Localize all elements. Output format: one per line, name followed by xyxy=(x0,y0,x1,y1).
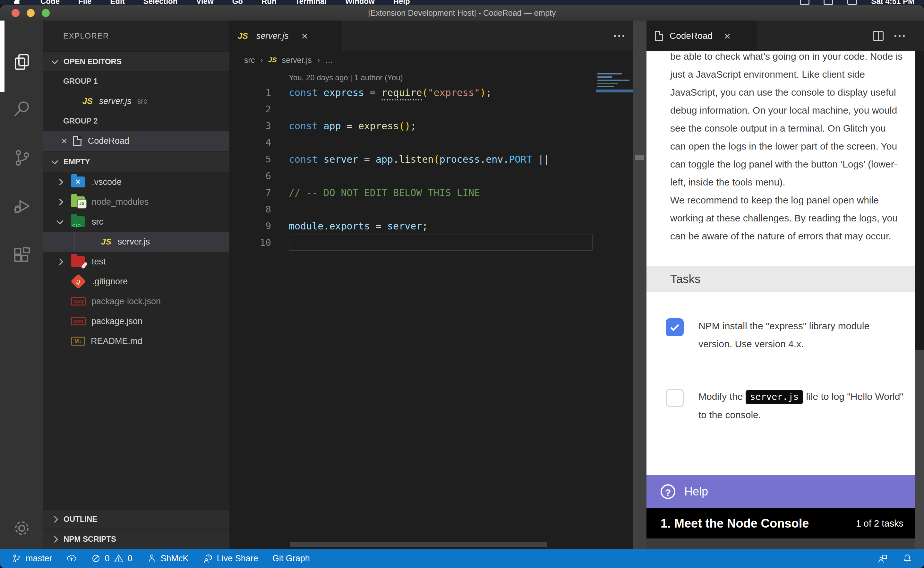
outline-section-header[interactable]: OUTLINE xyxy=(43,509,229,529)
tab-server-js[interactable]: JS server.js × xyxy=(229,21,342,51)
src-folder-icon xyxy=(71,216,85,227)
code-line[interactable]: 2 xyxy=(229,101,633,118)
tree-item-src[interactable]: src xyxy=(43,212,229,232)
zoom-window-button[interactable] xyxy=(42,9,50,17)
help-section[interactable]: ? Help xyxy=(647,475,915,508)
system-tray-icon[interactable] xyxy=(800,0,809,5)
close-editor-icon[interactable]: × xyxy=(61,135,67,147)
close-window-button[interactable] xyxy=(12,9,20,17)
codelens-annotation[interactable]: You, 20 days ago | 1 author (You) xyxy=(229,69,633,84)
tab-label: CodeRoad xyxy=(669,31,713,41)
open-editor-coderoad[interactable]: × CodeRoad xyxy=(43,131,229,151)
code-line[interactable]: 6 xyxy=(229,168,633,184)
code-line[interactable]: 5const server = app.listen(process.env.P… xyxy=(229,151,633,168)
cloud-upload-icon xyxy=(66,553,77,563)
tree-item-node-modules[interactable]: node_modules xyxy=(43,192,229,212)
task-item-2: Modify the server.js file to log "Hello … xyxy=(647,388,915,424)
code-line[interactable]: 3const app = express(); xyxy=(229,118,633,134)
close-tab-icon[interactable]: × xyxy=(301,30,308,42)
sync-status[interactable] xyxy=(66,553,77,563)
run-debug-icon[interactable] xyxy=(0,190,43,222)
menu-item-help[interactable]: Help xyxy=(393,0,410,5)
search-icon[interactable] xyxy=(0,93,43,125)
notifications-status[interactable] xyxy=(902,553,912,563)
system-tray-icon[interactable] xyxy=(824,0,833,5)
lesson-progress: 1 of 2 tasks xyxy=(856,518,903,529)
task-text-segment: Modify the xyxy=(698,391,746,402)
menu-item-run[interactable]: Run xyxy=(261,0,277,5)
tree-item-test[interactable]: test xyxy=(43,252,229,272)
menu-item-go[interactable]: Go xyxy=(232,0,243,5)
menu-item-file[interactable]: File xyxy=(78,0,92,5)
open-editors-label: OPEN EDITORS xyxy=(63,57,122,66)
tree-item-vscode[interactable]: .vscode xyxy=(43,172,229,192)
editor-group-divider[interactable] xyxy=(633,21,647,549)
npm-icon: npm xyxy=(71,317,86,325)
errors-count: 0 xyxy=(105,554,110,563)
breadcrumb-src[interactable]: src xyxy=(244,56,255,65)
breadcrumb-file[interactable]: server.js xyxy=(282,56,312,65)
feedback-status[interactable] xyxy=(878,553,888,563)
minimize-window-button[interactable] xyxy=(27,9,35,17)
system-tray-icon[interactable] xyxy=(847,0,857,5)
open-editor-server-js[interactable]: JS server.js src xyxy=(43,91,229,111)
coderoad-webview: be able to check what's going on in your… xyxy=(647,51,915,549)
close-tab-icon[interactable]: × xyxy=(724,30,731,42)
breadcrumb-symbol[interactable]: … xyxy=(325,56,333,65)
tree-item-readme[interactable]: M↓ README.md xyxy=(43,331,229,351)
menu-item-terminal[interactable]: Terminal xyxy=(295,0,327,5)
line-number: 1 xyxy=(229,87,271,98)
settings-gear-icon[interactable] xyxy=(0,512,43,544)
code-line[interactable]: 1const express = require("express"); xyxy=(229,84,633,101)
more-actions-icon[interactable] xyxy=(894,35,905,37)
tree-item-label: .gitignore xyxy=(92,276,128,287)
git-graph-label: Git Graph xyxy=(272,554,310,563)
menu-item-edit[interactable]: Edit xyxy=(110,0,125,5)
git-branch-status[interactable]: master xyxy=(12,553,52,563)
code-line[interactable]: 10 xyxy=(229,234,633,251)
open-editors-header[interactable]: OPEN EDITORS xyxy=(43,51,229,71)
code-editor[interactable]: You, 20 days ago | 1 author (You) 1const… xyxy=(229,69,633,549)
code-line[interactable]: 4 xyxy=(229,134,633,151)
code-line[interactable]: 9module.exports = server; xyxy=(229,218,633,234)
folder-section-header[interactable]: EMPTY xyxy=(43,151,229,172)
account-status[interactable]: ShMcK xyxy=(147,553,188,563)
chevron-right-icon xyxy=(56,178,63,185)
extensions-icon[interactable] xyxy=(0,239,43,271)
horizontal-scrollbar[interactable] xyxy=(290,542,547,547)
task-checkbox-checked[interactable] xyxy=(666,318,684,336)
tab-coderoad[interactable]: CodeRoad × xyxy=(647,21,757,51)
explorer-icon[interactable] xyxy=(0,45,43,78)
webview-scrollbar-thumb[interactable] xyxy=(915,51,924,350)
menu-item-window[interactable]: Window xyxy=(345,0,375,5)
code-line[interactable]: 7// -- DO NOT EDIT BELOW THIS LINE xyxy=(229,184,633,201)
live-share-status[interactable]: Live Share xyxy=(203,553,258,563)
minimap[interactable] xyxy=(596,71,633,97)
source-control-icon[interactable] xyxy=(0,142,43,174)
menu-item-code[interactable]: Code xyxy=(41,0,60,5)
current-line-highlight xyxy=(289,234,592,251)
lesson-paragraph: be able to check what's going on in your… xyxy=(670,51,903,191)
code-line[interactable]: 8 xyxy=(229,201,633,218)
tree-item-package-json[interactable]: npm package.json xyxy=(43,311,229,331)
line-number: 9 xyxy=(229,221,271,231)
open-editor-label: server.js xyxy=(99,96,131,106)
split-editor-icon[interactable] xyxy=(873,31,883,41)
tree-item-label: server.js xyxy=(118,237,150,247)
task-checkbox-unchecked[interactable] xyxy=(666,389,684,407)
menu-item-view[interactable]: View xyxy=(196,0,213,5)
breadcrumb[interactable]: src › JS server.js › … xyxy=(229,51,633,69)
menu-item-selection[interactable]: Selection xyxy=(143,0,178,5)
more-actions-icon[interactable] xyxy=(614,35,624,37)
tree-item-package-lock[interactable]: npm package-lock.json xyxy=(43,292,229,311)
webview-scrollbar[interactable] xyxy=(915,51,924,549)
divider-scroll-thumb[interactable] xyxy=(635,155,644,160)
npm-scripts-section-header[interactable]: NPM SCRIPTS xyxy=(43,529,229,549)
tree-item-gitignore[interactable]: .gitignore xyxy=(43,272,229,292)
lesson-title-bar[interactable]: 1. Meet the Node Console 1 of 2 tasks xyxy=(647,508,915,538)
menu-clock[interactable]: Sat 4:51 PM xyxy=(871,0,914,5)
problems-status[interactable]: 0 0 xyxy=(91,553,133,563)
line-number: 6 xyxy=(229,171,271,181)
tree-item-server-js[interactable]: JS server.js xyxy=(43,232,229,252)
git-graph-status[interactable]: Git Graph xyxy=(272,554,310,563)
